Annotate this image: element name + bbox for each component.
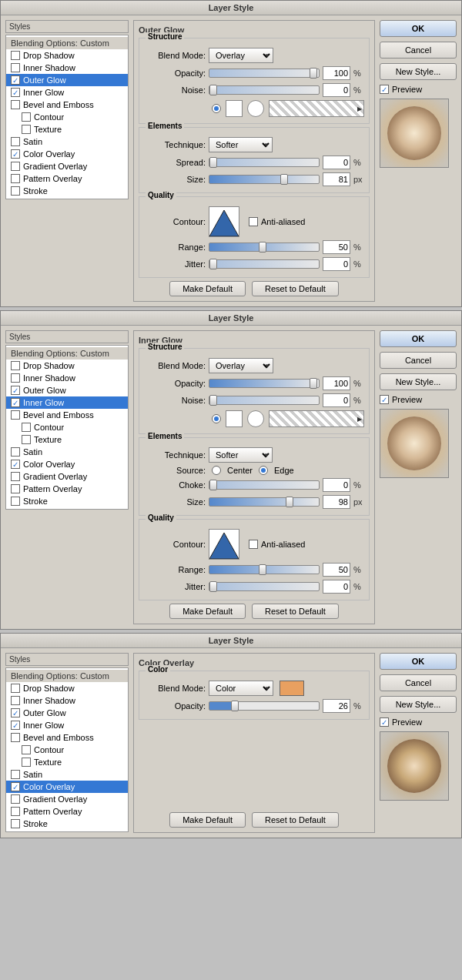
cancel-button-1[interactable]: Cancel bbox=[380, 42, 457, 59]
opacity-slider-2[interactable] bbox=[209, 379, 320, 388]
stroke-checkbox-1[interactable] bbox=[11, 186, 20, 196]
range-thumb-2[interactable] bbox=[259, 564, 266, 575]
jitter-slider-2[interactable] bbox=[209, 582, 320, 591]
opacity-input-1[interactable] bbox=[323, 66, 350, 80]
texture-2[interactable]: Texture bbox=[6, 433, 128, 446]
preview-checkbox-3[interactable] bbox=[380, 717, 389, 727]
inner-shadow-2[interactable]: Inner Shadow bbox=[6, 372, 128, 384]
technique-select-1[interactable]: Softer Precise bbox=[209, 137, 273, 152]
reset-default-button-2[interactable]: Reset to Default bbox=[252, 604, 339, 619]
noise-input-2[interactable] bbox=[323, 393, 350, 407]
range-slider-2[interactable] bbox=[209, 565, 320, 574]
gradient-overlay-checkbox-2[interactable] bbox=[11, 472, 20, 481]
drop-shadow-2[interactable]: Drop Shadow bbox=[6, 360, 128, 372]
blend-mode-wrapper-3[interactable]: Color Normal Overlay bbox=[209, 681, 273, 696]
noise-input-1[interactable] bbox=[323, 83, 350, 97]
outer-glow-2[interactable]: Outer Glow bbox=[6, 384, 128, 396]
make-default-button-2[interactable]: Make Default bbox=[169, 604, 246, 619]
contour-checkbox-3[interactable] bbox=[22, 745, 31, 754]
opacity-input-3[interactable] bbox=[323, 699, 350, 713]
blend-mode-select-2[interactable]: Overlay Normal bbox=[209, 358, 273, 373]
noise-slider-2[interactable] bbox=[209, 396, 320, 405]
pattern-overlay-3[interactable]: Pattern Overlay bbox=[6, 805, 128, 818]
contour-2[interactable]: Contour bbox=[6, 421, 128, 433]
opacity-thumb-1[interactable] bbox=[310, 68, 317, 79]
satin-2[interactable]: Satin bbox=[6, 446, 128, 458]
inner-shadow-1[interactable]: Inner Shadow bbox=[6, 62, 128, 74]
jitter-thumb-1[interactable] bbox=[209, 259, 217, 269]
preview-checkbox-1[interactable] bbox=[380, 85, 389, 94]
opacity-thumb-2[interactable] bbox=[310, 378, 317, 389]
color-circle-2[interactable] bbox=[247, 410, 264, 427]
opacity-thumb-3[interactable] bbox=[231, 701, 239, 711]
stroke-1[interactable]: Stroke bbox=[6, 185, 128, 197]
opacity-slider-1[interactable] bbox=[209, 69, 320, 78]
inner-shadow-3[interactable]: Inner Shadow bbox=[6, 694, 128, 707]
make-default-button-3[interactable]: Make Default bbox=[169, 812, 246, 828]
gradient-box-2[interactable]: ▶ bbox=[269, 410, 364, 427]
drop-shadow-checkbox-1[interactable] bbox=[11, 51, 20, 60]
texture-checkbox-1[interactable] bbox=[22, 125, 31, 134]
contour-thumb-1[interactable] bbox=[209, 206, 239, 237]
gradient-box-1[interactable]: ▶ bbox=[269, 100, 364, 117]
inner-shadow-checkbox-3[interactable] bbox=[11, 696, 20, 705]
bevel-emboss-1[interactable]: Bevel and Emboss bbox=[6, 99, 128, 111]
opacity-input-2[interactable] bbox=[323, 376, 350, 390]
size-input-1[interactable] bbox=[323, 172, 350, 186]
texture-checkbox-3[interactable] bbox=[22, 758, 31, 767]
inner-glow-checkbox-1[interactable] bbox=[11, 88, 20, 97]
drop-shadow-3[interactable]: Drop Shadow bbox=[6, 682, 128, 694]
satin-1[interactable]: Satin bbox=[6, 135, 128, 148]
range-input-1[interactable] bbox=[323, 240, 350, 254]
radio-solid-1[interactable] bbox=[212, 104, 221, 113]
color-overlay-1[interactable]: Color Overlay bbox=[6, 148, 128, 160]
new-style-button-3[interactable]: New Style... bbox=[380, 696, 457, 713]
new-style-button-2[interactable]: New Style... bbox=[380, 373, 457, 390]
inner-glow-checkbox-3[interactable] bbox=[11, 721, 20, 730]
contour-1[interactable]: Contour bbox=[6, 111, 128, 123]
range-thumb-1[interactable] bbox=[259, 242, 266, 253]
cancel-button-3[interactable]: Cancel bbox=[380, 674, 457, 691]
radio-solid-2[interactable] bbox=[212, 414, 221, 423]
choke-slider-2[interactable] bbox=[209, 480, 320, 490]
preview-checkbox-2[interactable] bbox=[380, 395, 389, 404]
opacity-slider-3[interactable] bbox=[209, 701, 320, 711]
size-thumb-2[interactable] bbox=[286, 497, 293, 507]
bevel-emboss-3[interactable]: Bevel and Emboss bbox=[6, 731, 128, 744]
blending-options-2[interactable]: Blending Options: Custom bbox=[6, 347, 128, 360]
pattern-overlay-checkbox-3[interactable] bbox=[11, 807, 20, 816]
reset-default-button-1[interactable]: Reset to Default bbox=[252, 281, 339, 296]
size-thumb-1[interactable] bbox=[280, 174, 288, 185]
size-input-2[interactable] bbox=[323, 495, 350, 509]
ok-button-1[interactable]: OK bbox=[380, 20, 457, 37]
satin-checkbox-1[interactable] bbox=[11, 137, 20, 146]
gradient-overlay-checkbox-3[interactable] bbox=[11, 794, 20, 804]
technique-wrapper-1[interactable]: Softer Precise bbox=[209, 137, 273, 152]
bevel-emboss-2[interactable]: Bevel and Emboss bbox=[6, 409, 128, 421]
blend-mode-wrapper-1[interactable]: Overlay Normal Screen bbox=[209, 48, 273, 63]
new-style-button-1[interactable]: New Style... bbox=[380, 63, 457, 80]
noise-thumb-1[interactable] bbox=[209, 85, 217, 95]
inner-glow-1[interactable]: Inner Glow bbox=[6, 86, 128, 99]
reset-default-button-3[interactable]: Reset to Default bbox=[252, 812, 339, 828]
jitter-slider-1[interactable] bbox=[209, 259, 320, 269]
spread-thumb-1[interactable] bbox=[209, 157, 217, 168]
bevel-emboss-checkbox-2[interactable] bbox=[11, 410, 20, 420]
color-white-2[interactable] bbox=[226, 410, 243, 427]
range-input-2[interactable] bbox=[323, 563, 350, 577]
color-overlay-checkbox-3[interactable] bbox=[11, 782, 20, 791]
color-overlay-checkbox-1[interactable] bbox=[11, 149, 20, 159]
blending-options-1[interactable]: Blending Options: Custom bbox=[6, 37, 128, 49]
stroke-checkbox-2[interactable] bbox=[11, 497, 20, 506]
size-slider-2[interactable] bbox=[209, 497, 320, 507]
inner-glow-checkbox-2[interactable] bbox=[11, 398, 20, 407]
ok-button-2[interactable]: OK bbox=[380, 330, 457, 347]
spread-slider-1[interactable] bbox=[209, 158, 320, 167]
gradient-overlay-1[interactable]: Gradient Overlay bbox=[6, 160, 128, 172]
technique-wrapper-2[interactable]: Softer Precise bbox=[209, 447, 273, 463]
pattern-overlay-checkbox-1[interactable] bbox=[11, 174, 20, 183]
make-default-button-1[interactable]: Make Default bbox=[169, 281, 246, 296]
contour-checkbox-2[interactable] bbox=[22, 423, 31, 432]
gradient-overlay-3[interactable]: Gradient Overlay bbox=[6, 793, 128, 805]
spread-input-1[interactable] bbox=[323, 156, 350, 169]
